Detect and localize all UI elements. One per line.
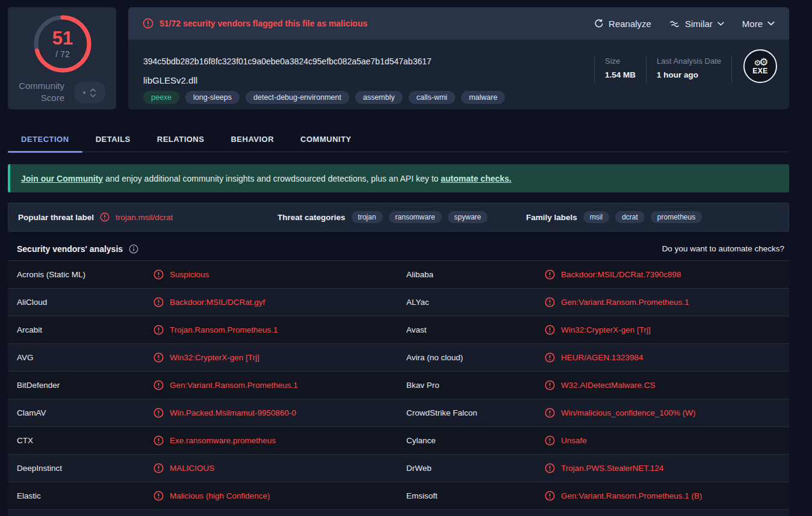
table-row: CTX Exe.ransomware.prometheus Cylance Un… <box>8 427 789 455</box>
automate-checks-question[interactable]: Do you want to automate checks? <box>662 244 784 253</box>
table-row: BitDefender Gen:Variant.Ransom.Prometheu… <box>8 372 789 399</box>
detection-result: Gen:Variant.Ransom.Prometheus.1 <box>153 380 406 390</box>
tag-calls-wmi[interactable]: calls-wmi <box>409 91 455 104</box>
vendor-name: ClamAV <box>17 408 153 417</box>
detection-result: Backdoor:MSIL/DCRat.7390c898 <box>545 269 789 280</box>
chevron-down-icon <box>717 22 724 26</box>
detection-text: Suspicious <box>170 270 209 279</box>
vote-down-icon[interactable] <box>90 94 96 97</box>
file-name: libGLESv2.dll <box>143 75 197 85</box>
join-community-banner: Join our Community and enjoy additional … <box>8 164 789 192</box>
community-score-label: Community Score <box>11 80 64 103</box>
vendor-name: Alibaba <box>406 270 545 279</box>
tab-relations[interactable]: RELATIONS <box>144 126 218 152</box>
category-trojan[interactable]: trojan <box>352 211 383 223</box>
alert-icon <box>545 380 555 390</box>
detection-result: Suspicious <box>153 269 406 280</box>
category-spyware[interactable]: spyware <box>448 211 488 223</box>
detection-result: Trojan.PWS.StealerNET.124 <box>545 463 789 473</box>
detection-result: Win.Packed.Msilmamut-9950860-0 <box>153 408 406 418</box>
alert-icon <box>545 408 555 418</box>
detection-text: Win/malicious_confidence_100% (W) <box>561 408 696 417</box>
table-row: Arcabit Trojan.Ransom.Prometheus.1 Avast… <box>8 316 789 344</box>
info-icon[interactable] <box>129 244 138 254</box>
vendor-name: Cylance <box>406 436 545 445</box>
detection-text: Trojan.Ransom.Prometheus.1 <box>170 325 278 334</box>
alert-icon <box>545 269 555 280</box>
alert-icon <box>545 297 555 307</box>
community-score-card: 51 / 72 Community Score <box>8 7 116 109</box>
alert-icon <box>545 435 555 446</box>
file-type-badge: ⚙⚙ EXE <box>743 49 777 83</box>
vendors-analysis-header: Security vendors' analysis Do you want t… <box>8 237 789 261</box>
vote-dot-icon <box>83 91 85 94</box>
alert-icon <box>153 269 164 280</box>
tag-malware[interactable]: malware <box>461 91 505 104</box>
similar-label: Similar <box>685 19 713 29</box>
detection-text: MALICIOUS <box>170 464 214 473</box>
table-row: DeepInstinct MALICIOUS DrWeb Trojan.PWS.… <box>8 455 789 482</box>
detection-result: Backdoor:MSIL/DCRat.gyf <box>153 297 406 307</box>
tag-peexe[interactable]: peexe <box>143 91 179 104</box>
community-vote-widget[interactable] <box>74 82 105 103</box>
vendor-name: CTX <box>17 436 153 445</box>
tag-assembly[interactable]: assembly <box>355 91 403 104</box>
vendor-name: DrWeb <box>406 464 545 473</box>
family-labels-title: Family labels <box>526 213 577 222</box>
more-label: More <box>742 19 763 29</box>
alert-icon <box>545 352 555 363</box>
detection-text: Win32:CrypterX-gen [Trj] <box>561 325 651 334</box>
reanalyze-button[interactable]: Reanalyze <box>594 19 651 29</box>
chevron-down-icon <box>767 21 775 26</box>
threat-label-bar: Popular threat label trojan.msil/dcrat T… <box>8 203 789 232</box>
detection-result: Unsafe <box>545 435 789 446</box>
join-community-link[interactable]: Join our Community <box>21 174 103 183</box>
detection-text: W32.AIDetectMalware.CS <box>561 381 655 390</box>
tab-details[interactable]: DETAILS <box>82 126 144 152</box>
table-row: AliCloud Backdoor:MSIL/DCRat.gyf ALYac G… <box>8 289 789 316</box>
tab-community[interactable]: COMMUNITY <box>287 126 365 152</box>
vendors-table: Acronis (Static ML) Suspicious Alibaba B… <box>8 261 789 516</box>
vendor-name: Avira (no cloud) <box>406 353 545 362</box>
vote-up-icon[interactable] <box>90 88 96 92</box>
file-summary-card: 51/72 security vendors flagged this file… <box>128 7 789 109</box>
alert-icon <box>545 463 555 473</box>
divider <box>646 57 646 83</box>
detection-result: W32.AIDetectMalware.CS <box>545 380 789 390</box>
table-row: AVG Win32:CrypterX-gen [Trj] Avira (no c… <box>8 344 789 372</box>
file-meta: Size 1.54 MB Last Analysis Date 1 hour a… <box>594 57 732 83</box>
table-row: ClamAV Win.Packed.Msilmamut-9950860-0 Cr… <box>8 399 789 427</box>
tab-detection[interactable]: DETECTION <box>8 126 82 152</box>
file-type-label: EXE <box>752 67 768 75</box>
tag-detect-debug-environment[interactable]: detect-debug-environment <box>246 91 349 104</box>
detection-text: Trojan.PWS.StealerNET.124 <box>561 464 664 473</box>
detection-result: Exe.ransomware.prometheus <box>153 435 406 446</box>
detection-result: MALICIOUS <box>153 463 406 473</box>
tab-behavior[interactable]: BEHAVIOR <box>217 126 287 152</box>
vendor-name: Avast <box>406 325 545 334</box>
last-analysis-value: 1 hour ago <box>657 70 721 79</box>
vendor-name: AliCloud <box>17 298 153 307</box>
family-dcrat[interactable]: dcrat <box>615 211 645 223</box>
detection-result: Win32:CrypterX-gen [Trj] <box>153 352 406 363</box>
popular-threat-label-value[interactable]: trojan.msil/dcrat <box>116 213 173 222</box>
alert-icon <box>153 352 164 363</box>
similar-button[interactable]: Similar <box>669 19 724 29</box>
detection-text: Win32:CrypterX-gen [Trj] <box>170 353 259 362</box>
join-community-text: and enjoy additional community insights … <box>103 174 441 183</box>
vendor-name: Acronis (Static ML) <box>17 270 153 279</box>
report-tabs: DETECTION DETAILS RELATIONS BEHAVIOR COM… <box>8 126 789 152</box>
family-prometheus[interactable]: prometheus <box>651 211 702 223</box>
alert-icon <box>545 491 555 501</box>
detection-total: / 72 <box>55 49 69 59</box>
last-analysis-label: Last Analysis Date <box>657 57 721 66</box>
vendor-name: Emsisoft <box>406 491 545 500</box>
category-ransomware[interactable]: ransomware <box>389 211 442 223</box>
alert-banner-text: 51/72 security vendors flagged this file… <box>160 19 367 28</box>
more-button[interactable]: More <box>742 19 775 29</box>
similar-icon <box>669 20 680 28</box>
family-msil[interactable]: msil <box>583 211 609 223</box>
tag-long-sleeps[interactable]: long-sleeps <box>185 91 240 104</box>
automate-checks-link[interactable]: automate checks. <box>441 174 512 183</box>
popular-threat-label-title: Popular threat label <box>18 213 94 222</box>
